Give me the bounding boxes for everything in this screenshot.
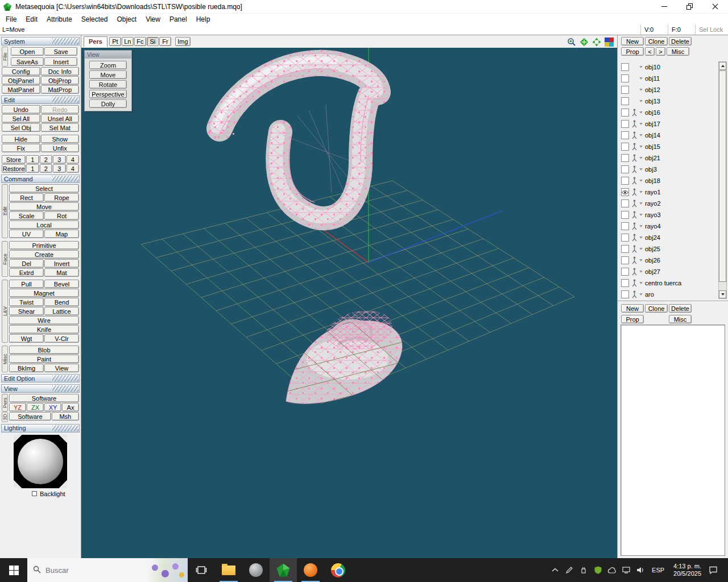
network-icon[interactable] — [622, 566, 631, 575]
close-button[interactable] — [702, 0, 728, 14]
restore-slot-2[interactable]: 2 — [40, 164, 53, 173]
visibility-checkbox[interactable] — [621, 177, 629, 185]
view-3d-tab[interactable]: 3D — [2, 412, 8, 422]
insert-button[interactable]: Insert — [44, 57, 77, 66]
view-pers-tab[interactable]: Pers — [2, 394, 8, 411]
del-button[interactable]: Del — [9, 259, 44, 268]
rotate-tool-icon[interactable] — [592, 37, 601, 47]
edit-option-header[interactable]: Edit Option — [1, 374, 80, 383]
saveas-button[interactable]: SaveAs — [11, 57, 44, 66]
visibility-checkbox[interactable] — [621, 131, 629, 139]
object-new-button[interactable]: New — [621, 37, 644, 45]
search-box[interactable] — [27, 558, 188, 582]
twist-button[interactable]: Twist — [9, 298, 44, 306]
menu-item-selected[interactable]: Selected — [77, 14, 113, 24]
edit-header[interactable]: Edit — [1, 95, 80, 104]
rope-button[interactable]: Rope — [44, 193, 79, 202]
visibility-checkbox[interactable] — [621, 211, 629, 219]
menu-item-file[interactable]: File — [1, 14, 21, 24]
command-lv-tab[interactable]: L&V — [2, 280, 8, 343]
visibility-checkbox[interactable] — [621, 245, 629, 253]
search-decoration-image[interactable] — [147, 558, 188, 582]
pull-button[interactable]: Pull — [9, 280, 44, 288]
object-list-scrollbar[interactable] — [718, 61, 727, 299]
file-explorer-icon[interactable] — [215, 558, 242, 582]
visibility-checkbox[interactable] — [621, 222, 629, 230]
view-window-title[interactable]: View — [85, 51, 131, 59]
command-misc-tab[interactable]: Misc — [2, 346, 8, 372]
gray-app-icon[interactable] — [242, 558, 270, 582]
object-list-item[interactable]: obj13 — [621, 95, 717, 107]
select-button[interactable]: Select — [9, 184, 79, 193]
object-list-item[interactable]: obj14 — [621, 130, 717, 141]
object-list-item[interactable]: obj3 — [621, 164, 717, 175]
toggle-fc[interactable]: Fc — [134, 37, 146, 46]
selmat-button[interactable]: Sel Mat — [41, 123, 80, 132]
object-list-item[interactable]: obj25 — [621, 243, 717, 255]
scroll-up-button[interactable] — [719, 62, 726, 70]
dolly-button[interactable]: Dolly — [89, 99, 127, 108]
object-list-item[interactable]: obj11 — [621, 73, 717, 84]
toggle-si[interactable]: Si — [147, 37, 159, 46]
menu-item-edit[interactable]: Edit — [21, 14, 42, 24]
selall-button[interactable]: Sel All — [2, 114, 40, 123]
color-palette-icon[interactable] — [604, 37, 614, 47]
restore-slot-4[interactable]: 4 — [67, 164, 80, 173]
ax-button[interactable]: Ax — [62, 403, 79, 411]
lattice-button[interactable]: Lattice — [44, 307, 79, 315]
extrd-button[interactable]: Extrd — [9, 268, 44, 277]
bevel-button[interactable]: Bevel — [44, 280, 79, 288]
object-list-item[interactable]: centro tuerca — [621, 277, 717, 289]
lighting-header[interactable]: Lighting — [1, 424, 80, 433]
selobj-button[interactable]: Sel Obj — [2, 123, 40, 132]
toggle-fr[interactable]: Fr — [159, 37, 171, 46]
mat-button[interactable]: Mat — [44, 268, 79, 277]
objprop-button[interactable]: ObjProp — [41, 76, 80, 85]
material-new-button[interactable]: New — [621, 304, 644, 313]
visibility-checkbox[interactable] — [621, 165, 629, 173]
menu-item-object[interactable]: Object — [112, 14, 141, 24]
wire-button[interactable]: Wire — [9, 316, 79, 325]
object-misc-button[interactable]: Misc — [667, 47, 689, 56]
object-list-item[interactable]: obj12 — [621, 84, 717, 95]
store-slot-2[interactable]: 2 — [40, 155, 53, 164]
local-button[interactable]: Local — [9, 221, 79, 229]
lighting-preview[interactable] — [14, 435, 67, 488]
restore-slot-3[interactable]: 3 — [53, 164, 66, 173]
visibility-checkbox[interactable] — [621, 268, 629, 276]
store-button[interactable]: Store — [2, 155, 26, 164]
restore-button[interactable] — [677, 0, 702, 14]
undo-button[interactable]: Undo — [2, 105, 40, 114]
view-cmd-button[interactable]: View — [44, 364, 79, 372]
xy-button[interactable]: XY — [44, 403, 61, 411]
orange-app-icon[interactable] — [297, 558, 324, 582]
chrome-icon[interactable] — [324, 558, 351, 582]
minimize-button[interactable] — [651, 0, 677, 14]
matprop-button[interactable]: MatProp — [41, 85, 80, 94]
security-shield-icon[interactable] — [593, 566, 602, 575]
visibility-checkbox[interactable] — [621, 86, 629, 94]
system-header[interactable]: System — [1, 37, 80, 45]
visibility-checkbox[interactable] — [621, 234, 629, 242]
redo-button[interactable]: Redo — [41, 105, 80, 114]
visibility-checkbox[interactable] — [621, 154, 629, 162]
object-list-item[interactable]: obj18 — [621, 175, 717, 186]
material-misc-button[interactable]: Misc — [669, 315, 692, 323]
visibility-checkbox[interactable] — [621, 290, 629, 298]
menu-item-panel[interactable]: Panel — [165, 14, 192, 24]
create-button[interactable]: Create — [9, 250, 79, 259]
mesh-object-u[interactable] — [209, 60, 378, 219]
object-list-item[interactable]: obj17 — [621, 118, 717, 130]
onedrive-cloud-icon[interactable] — [607, 566, 617, 575]
hidden-icons-chevron[interactable] — [551, 566, 560, 575]
msh-button[interactable]: Msh — [52, 412, 79, 421]
object-delete-button[interactable]: Delete — [669, 37, 692, 45]
hide-button[interactable]: Hide — [2, 135, 40, 143]
store-slot-4[interactable]: 4 — [67, 155, 80, 164]
material-delete-button[interactable]: Delete — [669, 304, 692, 313]
rect-button[interactable]: Rect — [9, 193, 44, 202]
view-header[interactable]: View — [1, 384, 80, 393]
unfix-button[interactable]: Unfix — [41, 144, 80, 152]
store-slot-1[interactable]: 1 — [26, 155, 39, 164]
object-list-item[interactable]: obj15 — [621, 141, 717, 152]
